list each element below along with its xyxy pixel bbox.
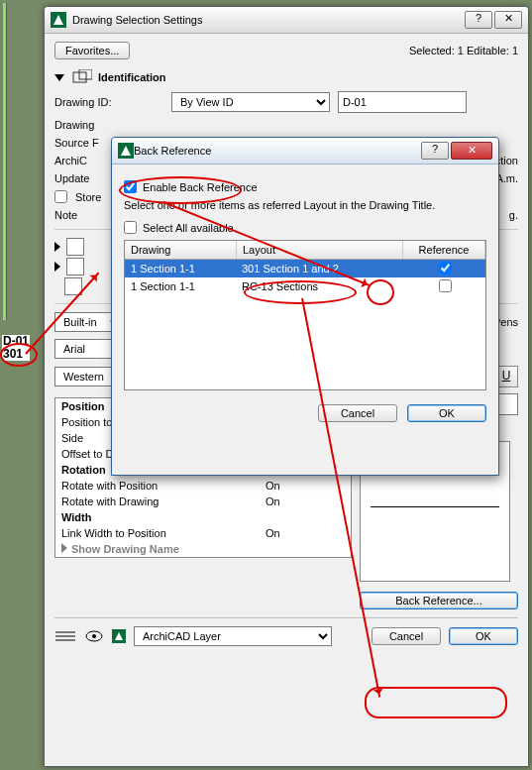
list-row[interactable]: 1 Section 1-1301 Section 1 and 2 xyxy=(125,260,485,277)
dialog-titlebar[interactable]: Back Reference ? ✕ xyxy=(112,138,498,165)
layer-eye-icon[interactable] xyxy=(84,629,104,643)
enable-back-reference-checkbox[interactable] xyxy=(124,180,137,193)
drawing-id-field[interactable] xyxy=(338,91,467,113)
list-header[interactable]: Drawing Layout Reference xyxy=(125,241,485,260)
layer-select[interactable]: ArchiCAD Layer xyxy=(134,626,332,646)
dialog-title: Back Reference xyxy=(134,145,211,157)
frame-icon-1[interactable] xyxy=(66,238,84,256)
help-button[interactable]: ? xyxy=(465,11,492,29)
window-title: Drawing Selection Settings xyxy=(72,14,202,26)
list-row[interactable]: 1 Section 1-1RC-13 Sections xyxy=(125,277,485,295)
reference-checkbox[interactable] xyxy=(439,279,452,292)
viewport-page-id: D-01301 xyxy=(2,335,30,361)
dialog-help-button[interactable]: ? xyxy=(421,142,449,160)
titlebar[interactable]: Drawing Selection Settings ? ✕ xyxy=(45,7,528,34)
favorites-button[interactable]: Favorites... xyxy=(54,42,130,59)
svg-point-4 xyxy=(92,634,96,638)
ok-button[interactable]: OK xyxy=(449,627,518,645)
identification-icon xyxy=(72,69,92,85)
store-label: Store xyxy=(75,191,101,203)
drawing-label: Drawing xyxy=(54,119,163,131)
back-reference-dialog: Back Reference ? ✕ Enable Back Reference… xyxy=(111,137,499,476)
close-button[interactable]: ✕ xyxy=(494,11,522,29)
disclosure-triangle-icon xyxy=(54,74,64,81)
app-icon xyxy=(118,143,134,159)
disclosure-right-icon[interactable] xyxy=(54,262,60,272)
store-checkbox[interactable] xyxy=(54,190,67,203)
selection-info: Selected: 1 Editable: 1 xyxy=(409,45,518,56)
identification-header[interactable]: Identification xyxy=(54,69,518,85)
truncated-g: g. xyxy=(509,209,518,221)
drawing-id-label: Drawing ID: xyxy=(54,96,163,108)
reference-checkbox[interactable] xyxy=(439,262,452,275)
select-all-checkbox[interactable] xyxy=(124,221,137,234)
dialog-ok-button[interactable]: OK xyxy=(407,404,486,422)
dialog-close-button[interactable]: ✕ xyxy=(451,142,492,160)
layer-app-icon xyxy=(112,629,126,643)
cancel-button[interactable]: Cancel xyxy=(372,627,441,645)
enable-back-reference-label: Enable Back Reference xyxy=(143,181,258,193)
dialog-cancel-button[interactable]: Cancel xyxy=(318,404,397,422)
back-reference-button[interactable]: Back Reference... xyxy=(360,592,518,609)
drawing-id-mode-select[interactable]: By View ID xyxy=(171,92,330,112)
disclosure-right-icon[interactable] xyxy=(54,242,60,252)
layer-lines-icon[interactable] xyxy=(54,629,76,643)
frame-icon-2[interactable] xyxy=(66,258,84,275)
app-icon xyxy=(51,12,66,28)
